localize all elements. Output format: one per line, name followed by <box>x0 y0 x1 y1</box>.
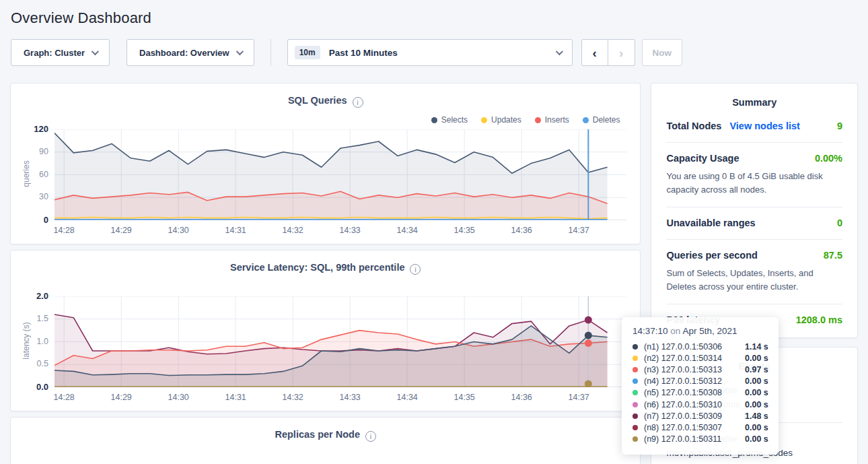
latency-plot-svg <box>55 296 626 387</box>
time-forward-button[interactable]: › <box>608 39 635 66</box>
legend-item: Updates <box>481 115 521 125</box>
view-nodes-list-link[interactable]: View nodes list <box>729 121 800 131</box>
time-back-button[interactable]: ‹ <box>581 39 608 66</box>
graph-selector-label: Graph: Cluster <box>24 48 85 58</box>
time-range-picker[interactable]: 10m Past 10 Minutes <box>287 39 573 66</box>
p99-value: 1208.0 ms <box>796 314 842 325</box>
legend-dot-icon <box>535 117 541 123</box>
node-color-dot-icon <box>632 356 638 361</box>
legend-dot-icon <box>583 117 589 123</box>
x-axis-tick: 14:32 <box>283 226 303 235</box>
x-axis-tick: 14:34 <box>397 226 418 235</box>
tooltip-node-address: (n8) 127.0.0.1:50307 <box>644 423 742 432</box>
node-color-dot-icon <box>632 436 638 442</box>
tooltip-node-address: (n9) 127.0.0.1:50311 <box>644 434 742 444</box>
tooltip-node-address: (n3) 127.0.0.1:50313 <box>644 365 742 374</box>
x-axis-tick: 14:29 <box>111 226 132 235</box>
x-axis-tick: 14:28 <box>54 393 75 402</box>
tooltip-node-value: 0.00 s <box>745 434 768 444</box>
replicas-panel: Replicas per Nodei <box>10 417 641 464</box>
hover-dot <box>585 317 592 324</box>
total-nodes-value: 9 <box>837 121 842 131</box>
legend-item: Selects <box>431 115 468 125</box>
hover-dot <box>585 339 592 347</box>
latency-panel: Service Latency: SQL, 99th percentilei 0… <box>10 250 641 411</box>
qps-value: 87.5 <box>824 250 842 261</box>
tooltip-node-address: (n2) 127.0.0.1:50314 <box>644 354 742 363</box>
time-nav-group: ‹ › <box>581 39 635 66</box>
capacity-label: Capacity Usage <box>666 153 739 164</box>
summary-row-qps: Queries per second 87.5 Sum of Selects, … <box>666 240 842 304</box>
x-axis-tick: 14:30 <box>168 393 189 402</box>
node-color-dot-icon <box>632 402 638 407</box>
tooltip-node-value: 0.00 s <box>745 423 768 432</box>
tooltip-node-value: 1.14 s <box>745 342 768 352</box>
y-axis-tick: 2.0 <box>11 291 48 301</box>
hover-dot <box>585 332 592 339</box>
dashboard-selector-label: Dashboard: Overview <box>139 48 229 58</box>
summary-row-capacity: Capacity Usage 0.00% You are using 0 B o… <box>666 143 842 207</box>
info-icon[interactable]: i <box>365 431 376 442</box>
sql-queries-chart[interactable] <box>55 129 626 220</box>
total-nodes-label: Total Nodes <box>666 121 721 131</box>
chart-title: Replicas per Node <box>275 429 360 440</box>
unavailable-ranges-value: 0 <box>837 218 842 228</box>
node-color-dot-icon <box>632 425 638 430</box>
chevron-down-icon <box>236 48 243 55</box>
x-axis-tick: 14:29 <box>111 393 132 402</box>
x-axis-tick: 14:33 <box>340 393 361 402</box>
legend-dot-icon <box>481 117 487 123</box>
legend-label: Inserts <box>545 115 569 125</box>
node-color-dot-icon <box>632 344 638 350</box>
info-icon[interactable]: i <box>410 264 421 275</box>
chart-hover-tooltip: 14:37:10 on Apr 5th, 2021 (n1) 127.0.0.1… <box>622 317 779 455</box>
chart-title-row: SQL Queriesi <box>11 95 640 108</box>
x-axis-tick: 14:35 <box>454 393 475 402</box>
chart-title-row: Replicas per Nodei <box>11 429 640 442</box>
capacity-description: You are using 0 B of 4.5 GiB usable disk… <box>666 170 842 196</box>
graph-selector-dropdown[interactable]: Graph: Cluster <box>11 39 110 66</box>
x-axis-tick: 14:30 <box>168 226 189 235</box>
page-title: Overview Dashboard <box>11 9 868 27</box>
tooltip-row: (n3) 127.0.0.1:503130.97 s <box>632 364 769 375</box>
y-axis-tick: 120 <box>11 124 48 134</box>
hover-dot <box>585 380 592 388</box>
summary-row-total-nodes: Total Nodes View nodes list 9 <box>666 110 842 143</box>
x-axis-tick: 14:28 <box>54 226 75 235</box>
node-color-dot-icon <box>632 413 638 419</box>
info-icon[interactable]: i <box>353 97 363 108</box>
node-color-dot-icon <box>632 390 638 395</box>
tooltip-row: (n2) 127.0.0.1:503140.00 s <box>632 352 769 364</box>
chart-legend: SelectsUpdatesInsertsDeletes <box>431 115 620 125</box>
chevron-down-icon <box>555 48 563 55</box>
chart-title-row: Service Latency: SQL, 99th percentilei <box>11 262 640 275</box>
controls-bar: Graph: Cluster Dashboard: Overview 10m P… <box>11 39 857 66</box>
summary-title: Summary <box>666 84 842 110</box>
summary-panel: Summary Total Nodes View nodes list 9 Ca… <box>651 83 858 338</box>
tooltip-node-address: (n1) 127.0.0.1:50306 <box>644 342 742 352</box>
x-axis-tick: 14:35 <box>454 226 475 235</box>
x-axis-tick: 14:33 <box>340 226 361 235</box>
sql-queries-panel: SQL Queriesi SelectsUpdatesInsertsDelete… <box>10 83 641 244</box>
time-range-badge: 10m <box>295 46 320 59</box>
tooltip-node-value: 1.48 s <box>745 411 768 421</box>
dashboard-selector-dropdown[interactable]: Dashboard: Overview <box>126 39 254 66</box>
legend-label: Deletes <box>593 115 620 125</box>
x-axis-tick: 14:36 <box>511 226 532 235</box>
tooltip-row: (n1) 127.0.0.1:503061.14 s <box>632 341 769 352</box>
divider <box>270 39 271 66</box>
tooltip-row: (n4) 127.0.0.1:503120.00 s <box>632 376 769 387</box>
tooltip-node-value: 0.00 s <box>745 388 768 397</box>
qps-label: Queries per second <box>666 250 757 261</box>
latency-chart[interactable] <box>55 296 626 387</box>
x-axis-tick: 14:31 <box>225 226 246 235</box>
legend-item: Inserts <box>535 115 569 125</box>
node-color-dot-icon <box>632 378 638 384</box>
tooltip-node-value: 0.00 s <box>745 376 768 386</box>
capacity-value: 0.00% <box>815 153 842 164</box>
sql-plot-svg <box>55 129 626 220</box>
time-range-label: Past 10 Minutes <box>329 48 398 58</box>
tooltip-node-address: (n6) 127.0.0.1:50310 <box>644 400 742 409</box>
tooltip-node-value: 0.00 s <box>745 400 768 409</box>
now-button[interactable]: Now <box>642 39 682 66</box>
